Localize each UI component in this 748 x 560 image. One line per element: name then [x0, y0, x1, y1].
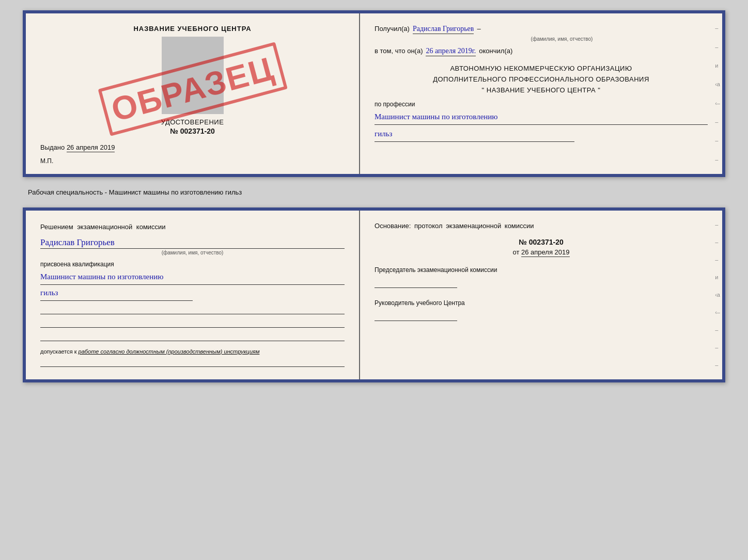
- допуск-italic: работе согласно должностным (производств…: [79, 348, 260, 355]
- date-handwritten: 26 апреля 2019г.: [426, 47, 476, 56]
- received-line: Получил(а) Радислав Григорьев –: [375, 25, 708, 34]
- issued-date: 26 апреля 2019: [67, 143, 115, 152]
- received-label: Получил(а): [375, 25, 410, 33]
- qual-handwritten1: Машинист машины по изготовлению: [40, 270, 345, 285]
- top-doc-right: Получил(а) Радислав Григорьев – (фамилия…: [360, 13, 722, 174]
- qual-assigned-label: присвоена квалификация: [40, 261, 345, 268]
- chairman-signature-line: [375, 277, 457, 288]
- empty-line-1: [40, 304, 345, 314]
- finished-label: окончил(а): [479, 47, 512, 55]
- org-line2: ДОПОЛНИТЕЛЬНОГО ПРОФЕССИОНАЛЬНОГО ОБРАЗО…: [375, 74, 708, 85]
- org-line1: АВТОНОМНУЮ НЕКОММЕРЧЕСКУЮ ОРГАНИЗАЦИЮ: [375, 63, 708, 74]
- empty-line-2: [40, 317, 345, 328]
- org-line3: " НАЗВАНИЕ УЧЕБНОГО ЦЕНТРА ": [375, 85, 708, 96]
- mp-label: М.П.: [40, 157, 345, 165]
- org-block: АВТОНОМНУЮ НЕКОММЕРЧЕСКУЮ ОРГАНИЗАЦИЮ ДО…: [375, 63, 708, 95]
- top-document: НАЗВАНИЕ УЧЕБНОГО ЦЕНТРА УДОСТОВЕРЕНИЕ №…: [23, 10, 725, 177]
- допуск-label: допускается к: [40, 348, 77, 355]
- spine-markers-bottom: – – – и ‹а ‹– – – –: [715, 211, 720, 379]
- bottom-name-sublabel: (фамилия, имя, отчество): [40, 250, 345, 255]
- bottom-doc-right: Основание: протокол экзаменационной коми…: [360, 211, 722, 379]
- decision-text: Решением экзаменационной комиссии: [40, 222, 345, 232]
- profession-handwritten1: Машинист машины по изготовлению: [375, 110, 708, 125]
- in-that-label: в том, что он(а): [375, 47, 423, 55]
- proto-date-prefix: от: [512, 248, 519, 256]
- cert-label: УДОСТОВЕРЕНИЕ: [40, 118, 345, 126]
- name-handwritten: Радислав Григорьев: [413, 25, 474, 34]
- head-block: Руководитель учебного Центра: [375, 298, 708, 321]
- bottom-name-handwritten: Радислав Григорьев: [40, 237, 345, 249]
- proto-date: от 26 апреля 2019: [375, 248, 708, 256]
- empty-line-4: [40, 357, 345, 367]
- head-signature-line: [375, 310, 457, 321]
- issued-label: Выдано: [40, 143, 65, 151]
- date-line: в том, что он(а) 26 апреля 2019г. окончи…: [375, 47, 708, 56]
- bottom-document: Решением экзаменационной комиссии Радисл…: [23, 207, 725, 382]
- chairman-block: Председатель экзаменационной комиссии: [375, 265, 708, 288]
- proto-date-value: 26 апреля 2019: [521, 248, 570, 257]
- osnov-text: Основание: протокол экзаменационной коми…: [375, 222, 708, 230]
- top-doc-left: НАЗВАНИЕ УЧЕБНОГО ЦЕНТРА УДОСТОВЕРЕНИЕ №…: [26, 13, 360, 174]
- working-spec-label: Рабочая специальность - Машинист машины …: [23, 186, 725, 198]
- proto-number: № 002371-20: [375, 238, 708, 246]
- bottom-doc-left: Решением экзаменационной комиссии Радисл…: [26, 211, 360, 379]
- name-sublabel: (фамилия, имя, отчество): [416, 36, 708, 42]
- spine-markers-top: – – и ‹а ‹– – – –: [715, 13, 720, 174]
- qual-handwritten2: гильз: [40, 286, 193, 301]
- cert-issued: Выдано 26 апреля 2019: [40, 143, 345, 151]
- profession-label: по профессии: [375, 101, 708, 108]
- empty-line-3: [40, 331, 345, 341]
- chairman-label: Председатель экзаменационной комиссии: [375, 265, 708, 275]
- head-label: Руководитель учебного Центра: [375, 298, 708, 308]
- допуск-text: допускается к работе согласно должностны…: [40, 348, 345, 355]
- top-left-title: НАЗВАНИЕ УЧЕБНОГО ЦЕНТРА: [40, 25, 345, 33]
- dash: –: [477, 25, 480, 33]
- profession-handwritten2: гильз: [375, 127, 574, 142]
- cert-number: № 002371-20: [40, 127, 345, 135]
- photo-placeholder: [162, 37, 224, 114]
